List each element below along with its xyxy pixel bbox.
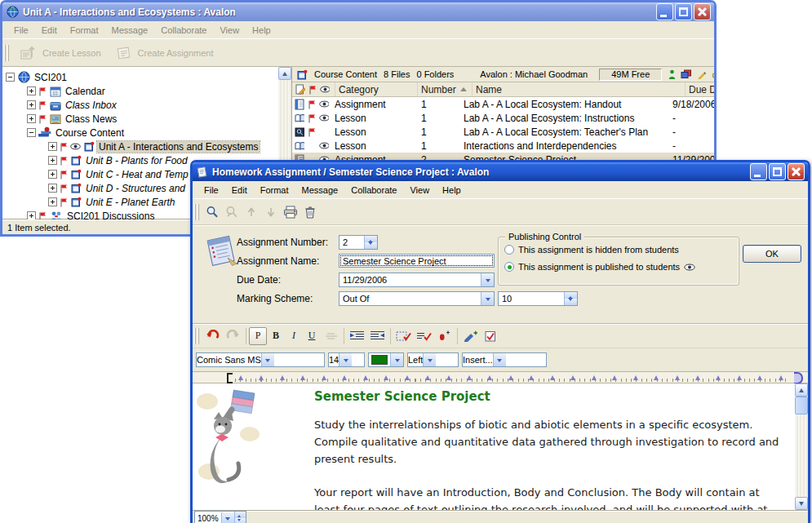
main-title-bar[interactable]: Unit A - Interactions and Ecosystems : A… [2, 2, 714, 21]
minimize-button[interactable] [656, 3, 673, 20]
expand-icon[interactable] [27, 211, 36, 219]
add-signature-icon[interactable] [460, 327, 481, 345]
indent-left-icon[interactable] [367, 327, 388, 345]
close-button[interactable] [694, 3, 711, 20]
marking-amount-stepper[interactable]: 10 [498, 291, 578, 306]
menu-view[interactable]: View [213, 23, 246, 38]
tree-item-sci201[interactable]: SCI201 [2, 70, 291, 84]
spellcheck-icon[interactable] [481, 327, 501, 345]
tree-item-class-news[interactable]: Class News [2, 112, 291, 126]
superscript-icon[interactable] [434, 327, 455, 345]
pencil-icon[interactable] [697, 69, 707, 79]
assignment-name-field[interactable]: Semester Science Project [339, 254, 495, 268]
tree-item-course-content[interactable]: Course Content [2, 126, 291, 140]
expand-icon[interactable] [48, 184, 57, 193]
scrollbar-thumb[interactable] [795, 397, 808, 414]
flag-column-icon[interactable] [308, 85, 317, 95]
undo-icon[interactable] [202, 327, 223, 345]
toolbar-drag-handle[interactable] [194, 328, 199, 344]
menu-edit[interactable]: Edit [225, 183, 254, 197]
menu-collaborate[interactable]: Collaborate [154, 23, 213, 38]
close-button[interactable] [788, 163, 805, 180]
tree-item-calendar[interactable]: Calendar [2, 84, 291, 98]
key-icon[interactable] [712, 69, 714, 79]
chevron-down-icon[interactable] [423, 353, 436, 366]
menu-help[interactable]: Help [436, 183, 468, 197]
menu-format[interactable]: Format [64, 23, 105, 38]
plain-style-button[interactable]: P [249, 327, 267, 345]
search-icon[interactable] [202, 202, 222, 222]
ok-button[interactable]: OK [743, 245, 801, 263]
italic-button[interactable]: I [285, 327, 303, 345]
bold-button[interactable]: B [267, 327, 285, 345]
menu-collaborate[interactable]: Collaborate [344, 183, 403, 197]
duplicate-icon[interactable] [681, 69, 692, 79]
toolbar-drag-handle[interactable] [194, 204, 199, 220]
check-lines-icon[interactable] [414, 327, 434, 345]
expand-icon[interactable] [48, 142, 57, 151]
menu-help[interactable]: Help [246, 23, 277, 38]
column-category[interactable]: Category [335, 82, 417, 96]
document-scrollbar[interactable] [795, 383, 808, 510]
stepper-arrows[interactable] [564, 292, 577, 305]
chevron-down-icon[interactable] [339, 353, 352, 366]
menu-file[interactable]: File [197, 183, 225, 197]
zoom-control[interactable]: 100% [194, 511, 246, 523]
list-row-teachers-plan[interactable]: Lesson 1 Lab A - A Local Ecosystem: Teac… [292, 125, 714, 139]
tree-item-class-inbox[interactable]: Class Inbox [2, 98, 291, 112]
list-row-handout[interactable]: Assignment 1 Lab A - A Local Ecosystem: … [292, 97, 714, 111]
assignment-number-stepper[interactable]: 2 [339, 235, 378, 250]
maximize-button[interactable] [769, 163, 786, 180]
menu-file[interactable]: File [7, 23, 35, 38]
strikethrough-icon[interactable] [321, 327, 341, 345]
column-due-date[interactable]: Due Date [685, 82, 714, 96]
font-family-dropdown[interactable]: Comic Sans MS [196, 352, 325, 367]
list-row-interactions[interactable]: Lesson 1 Interactions and Interdependenc… [292, 139, 714, 153]
create-lesson-button[interactable]: Create Lesson [12, 42, 108, 64]
print-icon[interactable] [281, 202, 300, 222]
select-paragraph-icon[interactable] [393, 327, 414, 345]
expand-icon[interactable] [27, 114, 36, 123]
next-gray-icon[interactable] [261, 202, 281, 222]
person-icon[interactable] [668, 69, 676, 80]
collapse-icon[interactable] [27, 128, 36, 137]
chevron-down-icon[interactable] [493, 353, 506, 366]
menu-edit[interactable]: Edit [35, 23, 64, 38]
minimize-button[interactable] [750, 163, 767, 180]
menu-format[interactable]: Format [254, 183, 295, 197]
prev-gray-icon[interactable] [242, 202, 261, 222]
hidden-option-row[interactable]: This assignment is hidden from students [504, 245, 679, 255]
menu-message[interactable]: Message [295, 183, 345, 197]
expand-icon[interactable] [27, 100, 36, 109]
search-gray-icon[interactable] [222, 202, 242, 222]
underline-button[interactable]: U [303, 327, 321, 345]
marking-scheme-dropdown[interactable]: Out Of [339, 291, 495, 306]
expand-icon[interactable] [48, 156, 57, 165]
stepper-arrows[interactable] [364, 236, 377, 249]
chevron-down-icon[interactable] [221, 512, 234, 523]
assignment-title-bar[interactable]: Homework Assignment / Semester Science P… [193, 162, 808, 181]
trash-icon[interactable] [300, 202, 320, 222]
radio-published[interactable] [504, 262, 514, 272]
list-row-instructions[interactable]: Lesson 1 Lab A - A Local Ecosystem: Inst… [292, 111, 714, 125]
indent-right-icon[interactable] [347, 327, 367, 345]
published-option-row[interactable]: This assignment is published to students [504, 262, 695, 272]
expand-icon[interactable] [27, 86, 36, 95]
maximize-button[interactable] [675, 3, 692, 20]
column-name[interactable]: Name [472, 82, 685, 96]
ruler[interactable] [193, 371, 808, 383]
font-size-dropdown[interactable]: 14 [328, 352, 365, 367]
document-editor[interactable]: Semester Science Project Study the inter… [193, 383, 808, 510]
collapse-icon[interactable] [6, 73, 15, 82]
insert-dropdown[interactable]: Insert... [462, 352, 547, 367]
scroll-up-button[interactable] [795, 383, 808, 397]
due-date-dropdown[interactable]: 11/29/2006 [339, 273, 495, 287]
font-color-dropdown[interactable] [368, 352, 404, 367]
chevron-down-icon[interactable] [390, 353, 403, 366]
menu-message[interactable]: Message [105, 23, 155, 38]
radio-hidden[interactable] [504, 245, 514, 255]
chevron-down-icon[interactable] [261, 353, 274, 366]
margin-marker[interactable] [227, 373, 233, 383]
tree-item-unit-a[interactable]: Unit A - Interactions and Ecosystems [2, 140, 291, 153]
toolbar-drag-handle[interactable] [4, 45, 9, 61]
